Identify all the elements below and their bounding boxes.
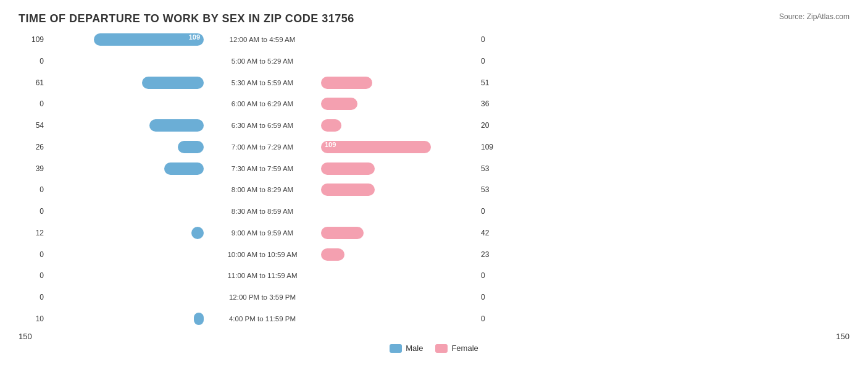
female-bar-container [321,119,478,132]
table-row: 10910912:00 AM to 4:59 AM0 [19,32,849,48]
male-bar-inside-label: 109 [189,33,200,41]
table-row: 012:00 PM to 3:59 PM0 [19,289,849,305]
female-bar-container [321,76,478,90]
female-bar-container [321,54,478,68]
male-bar-container [46,226,204,240]
male-value-label: 39 [19,164,46,173]
female-bar: 109 [321,141,431,153]
female-value-label: 53 [478,164,506,173]
male-value-label: 61 [19,78,46,87]
source-text: Source: ZipAtlas.com [779,12,849,21]
female-swatch [435,344,448,353]
female-bar-container [321,269,478,282]
female-bar [321,119,341,132]
female-bar-container [321,248,478,261]
female-value-label: 53 [478,185,506,194]
female-bar [321,248,344,261]
female-bar [321,184,375,196]
legend-female: Female [435,344,478,353]
bottom-area: 150 150 Male Female [19,329,849,353]
male-value-label: 10 [19,314,46,323]
time-range-label: 9:00 AM to 9:59 AM [204,229,321,237]
time-range-label: 8:00 AM to 8:29 AM [204,186,321,193]
male-bar-container [46,248,204,261]
table-row: 05:00 AM to 5:29 AM0 [19,53,849,69]
axis-row: 150 150 [19,332,849,341]
male-swatch [390,344,402,353]
male-bar-container [46,312,204,326]
male-bar-container [46,119,204,132]
table-row: 08:30 AM to 8:59 AM0 [19,203,849,219]
female-value-label: 23 [478,250,506,259]
female-value-label: 0 [478,271,506,280]
time-range-label: 7:30 AM to 7:59 AM [204,165,321,172]
male-bar-container [46,76,204,90]
table-row: 06:00 AM to 6:29 AM36 [19,96,849,112]
female-bar-container [321,33,478,46]
female-bar [321,77,372,89]
axis-left-label: 150 [19,332,32,341]
male-bar-container [46,97,204,111]
table-row: 010:00 AM to 10:59 AM23 [19,247,849,263]
chart-inner: 10910912:00 AM to 4:59 AM005:00 AM to 5:… [19,29,849,353]
female-bar-container [321,312,478,326]
time-range-label: 8:30 AM to 8:59 AM [204,208,321,215]
time-range-label: 11:00 AM to 11:59 AM [204,272,321,279]
male-label: Male [406,344,423,353]
table-row: 397:30 AM to 7:59 AM53 [19,161,849,177]
female-bar-container: 109 [321,140,478,154]
male-bar [191,227,204,239]
male-value-label: 26 [19,143,46,151]
axis-right-label: 150 [836,332,849,341]
female-value-label: 51 [478,78,506,87]
chart-rows: 10910912:00 AM to 4:59 AM005:00 AM to 5:… [19,29,849,329]
table-row: 104:00 PM to 11:59 PM0 [19,311,849,327]
male-value-label: 0 [19,185,46,194]
male-value-label: 0 [19,293,46,302]
male-bar [142,77,204,89]
time-range-label: 10:00 AM to 10:59 AM [204,251,321,258]
male-bar-container [46,183,204,196]
time-range-label: 12:00 PM to 3:59 PM [204,293,321,301]
male-value-label: 0 [19,271,46,280]
male-value-label: 0 [19,207,46,216]
chart-title: TIME OF DEPARTURE TO WORK BY SEX IN ZIP … [19,12,849,25]
male-bar-container [46,205,204,218]
male-bar [164,162,204,175]
male-value-label: 0 [19,250,46,259]
female-value-label: 42 [478,229,506,237]
chart-container: TIME OF DEPARTURE TO WORK BY SEX IN ZIP … [0,0,868,367]
time-range-label: 6:30 AM to 6:59 AM [204,122,321,129]
female-bar-container [321,290,478,304]
legend: Male Female [19,344,849,353]
male-value-label: 109 [19,35,46,44]
male-bar-container [46,140,204,154]
male-value-label: 12 [19,229,46,237]
time-range-label: 5:30 AM to 5:59 AM [204,79,321,86]
time-range-label: 7:00 AM to 7:29 AM [204,143,321,151]
female-value-label: 109 [478,143,506,151]
female-bar-container [321,205,478,218]
male-bar [149,119,204,132]
legend-male: Male [390,344,423,353]
female-bar [321,227,364,239]
female-value-label: 20 [478,121,506,130]
male-bar-container [46,162,204,175]
male-bar [194,313,204,325]
female-label: Female [451,344,478,353]
time-range-label: 6:00 AM to 6:29 AM [204,100,321,108]
female-value-label: 36 [478,99,506,108]
female-bar-inside-label: 109 [325,141,336,148]
table-row: 08:00 AM to 8:29 AM53 [19,182,849,198]
male-bar-container [46,54,204,68]
male-bar-container [46,269,204,282]
male-bar: 109 [94,33,204,46]
male-bar [178,141,204,153]
female-bar [321,162,375,175]
male-value-label: 0 [19,57,46,65]
time-range-label: 5:00 AM to 5:29 AM [204,57,321,65]
table-row: 546:30 AM to 6:59 AM20 [19,117,849,133]
table-row: 267:00 AM to 7:29 AM109109 [19,139,849,155]
female-bar-container [321,183,478,196]
female-bar-container [321,97,478,111]
